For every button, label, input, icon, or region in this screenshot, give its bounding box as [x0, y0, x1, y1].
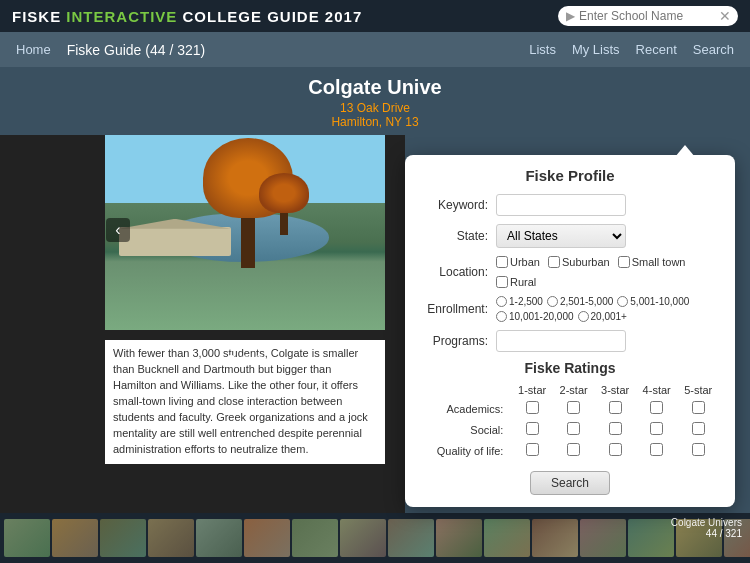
enrollment-radio-5[interactable] — [578, 311, 589, 322]
ratings-empty-header — [421, 382, 511, 398]
school-address: 13 Oak Drive Hamilton, NY 13 — [0, 101, 750, 129]
academics-5star[interactable] — [692, 401, 705, 414]
academics-3star[interactable] — [609, 401, 622, 414]
quality-of-life-row: Quality of life: — [421, 440, 719, 461]
nav-search-link[interactable]: Search — [693, 42, 734, 57]
location-small-town[interactable]: Small town — [618, 256, 686, 268]
film-thumb-11[interactable] — [484, 519, 530, 557]
school-search-input[interactable] — [579, 9, 719, 23]
enrollment-4[interactable]: 10,001-20,000 — [496, 311, 574, 322]
qol-1star[interactable] — [526, 443, 539, 456]
nav-my-lists-link[interactable]: My Lists — [572, 42, 620, 57]
school-info: Colgate Unive 13 Oak Drive Hamilton, NY … — [0, 68, 750, 135]
enrollment-radio-4[interactable] — [496, 311, 507, 322]
state-row: State: All States — [421, 224, 719, 248]
qol-3star[interactable] — [609, 443, 622, 456]
enrollment-radio-3[interactable] — [617, 296, 628, 307]
film-thumb-6[interactable] — [244, 519, 290, 557]
film-thumb-14[interactable] — [628, 519, 674, 557]
search-btn-row: Search — [421, 471, 719, 495]
academics-label: Academics: — [421, 398, 511, 419]
social-row: Social: — [421, 419, 719, 440]
enrollment-5[interactable]: 20,001+ — [578, 311, 627, 322]
nav-bar: Home Fiske Guide (44 / 321) Lists My Lis… — [0, 32, 750, 68]
social-1star[interactable] — [526, 422, 539, 435]
nav-recent-link[interactable]: Recent — [636, 42, 677, 57]
academics-1star[interactable] — [526, 401, 539, 414]
qol-2star[interactable] — [567, 443, 580, 456]
nav-lists-link[interactable]: Lists — [529, 42, 556, 57]
social-label: Social: — [421, 419, 511, 440]
rating-header-4: 4-star — [636, 382, 678, 398]
academics-4star[interactable] — [650, 401, 663, 414]
location-rural-checkbox[interactable] — [496, 276, 508, 288]
location-label: Location: — [421, 265, 496, 279]
main-content: Colgate Unive 13 Oak Drive Hamilton, NY … — [0, 68, 750, 563]
enrollment-3[interactable]: 5,001-10,000 — [617, 296, 689, 307]
film-thumb-12[interactable] — [532, 519, 578, 557]
location-urban[interactable]: Urban — [496, 256, 540, 268]
ratings-table: 1-star 2-star 3-star 4-star 5-star Acade… — [421, 382, 719, 461]
enrollment-1[interactable]: 1-2,500 — [496, 296, 543, 307]
dot-2[interactable] — [241, 355, 249, 363]
film-thumb-2[interactable] — [52, 519, 98, 557]
description-text: With fewer than 3,000 students, Colgate … — [113, 347, 368, 455]
clear-icon[interactable]: ✕ — [719, 8, 731, 24]
school-image — [105, 135, 385, 330]
social-5star[interactable] — [692, 422, 705, 435]
social-3star[interactable] — [609, 422, 622, 435]
title-interactive: INTERACTIVE — [66, 8, 177, 25]
film-thumb-4[interactable] — [148, 519, 194, 557]
film-thumb-10[interactable] — [436, 519, 482, 557]
programs-label: Programs: — [421, 334, 496, 348]
search-button[interactable]: Search — [530, 471, 610, 495]
film-school-name: Colgate Univers — [671, 517, 742, 528]
location-suburban-checkbox[interactable] — [548, 256, 560, 268]
school-address-line1: 13 Oak Drive — [0, 101, 750, 115]
social-4star[interactable] — [650, 422, 663, 435]
keyword-input[interactable] — [496, 194, 626, 216]
social-2star[interactable] — [567, 422, 580, 435]
prev-arrow[interactable]: ‹ — [106, 218, 130, 242]
qol-5star[interactable] — [692, 443, 705, 456]
dot-3[interactable] — [255, 355, 263, 363]
enrollment-radio-2[interactable] — [547, 296, 558, 307]
film-thumb-13[interactable] — [580, 519, 626, 557]
film-thumb-7[interactable] — [292, 519, 338, 557]
location-options: Urban Suburban Small town Rural — [496, 256, 719, 288]
enrollment-2[interactable]: 2,501-5,000 — [547, 296, 613, 307]
state-select[interactable]: All States — [496, 224, 626, 248]
keyword-row: Keyword: — [421, 194, 719, 216]
film-thumb-9[interactable] — [388, 519, 434, 557]
image-dots — [105, 355, 385, 363]
location-row: Location: Urban Suburban Small town Rura… — [421, 256, 719, 288]
academics-2star[interactable] — [567, 401, 580, 414]
enrollment-row: Enrollment: 1-2,500 2,501-5,000 5,001-10… — [421, 296, 719, 322]
location-urban-checkbox[interactable] — [496, 256, 508, 268]
tree-trunk — [241, 218, 255, 268]
title-fiske: FISKE — [12, 8, 66, 25]
state-label: State: — [421, 229, 496, 243]
rating-header-2: 2-star — [553, 382, 595, 398]
academics-row: Academics: — [421, 398, 719, 419]
school-address-line2: Hamilton, NY 13 — [0, 115, 750, 129]
nav-home-link[interactable]: Home — [16, 42, 51, 57]
film-thumb-8[interactable] — [340, 519, 386, 557]
film-thumb-3[interactable] — [100, 519, 146, 557]
location-rural[interactable]: Rural — [496, 276, 536, 288]
dot-1[interactable] — [227, 355, 235, 363]
film-thumb-1[interactable] — [4, 519, 50, 557]
location-suburban[interactable]: Suburban — [548, 256, 610, 268]
search-bar-top[interactable]: ▶ ✕ — [558, 6, 738, 26]
film-thumbnails — [0, 515, 750, 561]
location-smalltown-checkbox[interactable] — [618, 256, 630, 268]
small-tree — [259, 173, 309, 233]
programs-input[interactable] — [496, 330, 626, 352]
film-position: 44 / 321 — [671, 528, 742, 539]
enrollment-radio-1[interactable] — [496, 296, 507, 307]
film-thumb-5[interactable] — [196, 519, 242, 557]
rating-header-5: 5-star — [677, 382, 719, 398]
enrollment-options: 1-2,500 2,501-5,000 5,001-10,000 10,001-… — [496, 296, 719, 322]
quality-of-life-label: Quality of life: — [421, 440, 511, 461]
qol-4star[interactable] — [650, 443, 663, 456]
